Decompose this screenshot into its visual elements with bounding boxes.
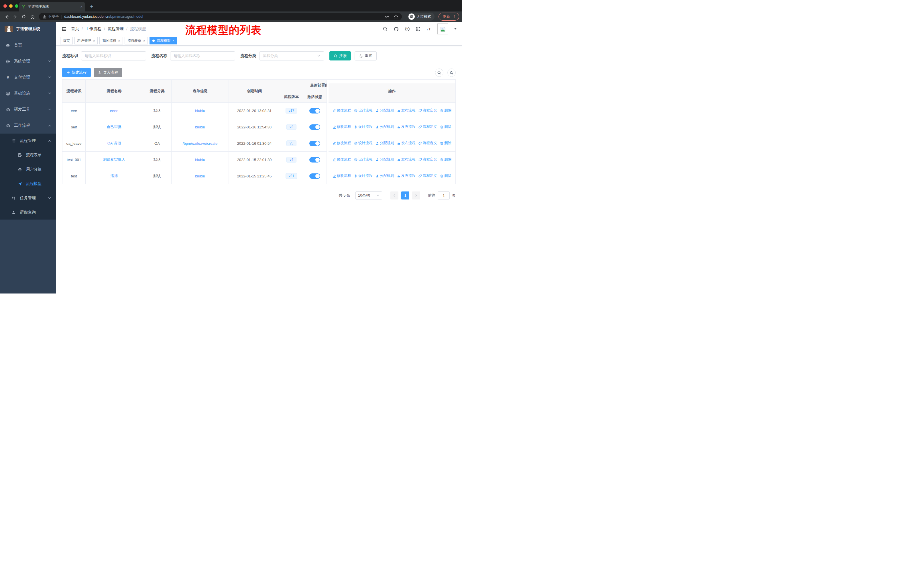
version-tag[interactable]: v17 <box>285 108 297 114</box>
sidebar-item-home[interactable]: 首页 <box>0 37 56 53</box>
deploy-link[interactable]: 发布流程 <box>397 108 416 113</box>
form-link[interactable]: /bpm/oa/leave/create <box>183 141 218 146</box>
delete-link[interactable]: 删除 <box>440 174 451 178</box>
process-name-link[interactable]: eeee <box>110 109 118 113</box>
delete-link[interactable]: 删除 <box>440 141 451 146</box>
sidebar-item-user-group[interactable]: 用户分组 <box>0 162 56 177</box>
assign-link[interactable]: 分配规则 <box>376 174 394 178</box>
deploy-link[interactable]: 发布流程 <box>397 141 416 146</box>
url-bar[interactable]: 不安全 dashboard.yudao.iocoder.cn/bpm/manag… <box>39 13 402 20</box>
font-size-icon[interactable]: TT <box>426 26 432 31</box>
delete-link[interactable]: 删除 <box>440 108 451 113</box>
avatar[interactable] <box>437 23 448 35</box>
reset-button[interactable]: 重置 <box>355 51 377 61</box>
goto-page-input[interactable]: 1 <box>438 192 450 200</box>
sidebar-item-system[interactable]: 系统管理 <box>0 53 56 69</box>
tag-close-icon[interactable]: × <box>172 39 174 42</box>
definition-link[interactable]: 流程定义 <box>419 174 437 178</box>
import-process-button[interactable]: 导入流程 <box>94 68 122 77</box>
create-process-button[interactable]: 新建流程 <box>62 68 91 77</box>
process-name-input[interactable]: 请输入流程名称 <box>170 51 235 61</box>
form-link[interactable]: biubiu <box>195 174 205 178</box>
browser-update-button[interactable]: 更新 <box>439 13 459 21</box>
zoom-window-button[interactable] <box>15 4 18 8</box>
assign-link[interactable]: 分配规则 <box>376 124 394 129</box>
browser-tab[interactable]: 芋道管理系统 × <box>19 2 85 12</box>
sidebar-item-payment[interactable]: ¥支付管理 <box>0 69 56 85</box>
toggle-search-button[interactable] <box>435 68 443 77</box>
sidebar-item-process-model[interactable]: 流程模型 <box>0 177 56 191</box>
edit-link[interactable]: 修改流程 <box>333 124 351 129</box>
design-link[interactable]: 设计流程 <box>354 174 373 178</box>
design-link[interactable]: 设计流程 <box>354 157 373 162</box>
search-button[interactable]: 搜索 <box>329 51 351 61</box>
form-link[interactable]: biubiu <box>195 125 205 129</box>
sidebar-item-process-form[interactable]: 流程表单 <box>0 148 56 162</box>
fullscreen-icon[interactable] <box>416 26 421 31</box>
version-tag[interactable]: v2 <box>286 124 297 130</box>
edit-link[interactable]: 修改流程 <box>333 174 351 178</box>
version-tag[interactable]: v4 <box>286 157 297 162</box>
sidebar-item-dev-tools[interactable]: 研发工具 <box>0 101 56 117</box>
edit-link[interactable]: 修改流程 <box>333 141 351 146</box>
edit-link[interactable]: 修改流程 <box>333 157 351 162</box>
sidebar-item-leave-query[interactable]: 请假查询 <box>0 205 56 220</box>
kebab-menu-icon[interactable] <box>452 15 456 19</box>
deploy-link[interactable]: 发布流程 <box>397 174 416 178</box>
deploy-link[interactable]: 发布流程 <box>397 157 416 162</box>
forward-icon[interactable] <box>12 13 19 20</box>
minimize-window-button[interactable] <box>9 4 13 8</box>
definition-link[interactable]: 流程定义 <box>419 124 437 129</box>
active-toggle[interactable] <box>309 141 320 146</box>
assign-link[interactable]: 分配规则 <box>376 108 394 113</box>
refresh-table-button[interactable] <box>447 68 456 77</box>
bookmark-star-icon[interactable] <box>394 14 398 19</box>
back-icon[interactable] <box>3 13 10 20</box>
process-category-select[interactable]: 流程分类 <box>259 51 324 61</box>
sidebar-item-process-manage[interactable]: 流程管理 <box>0 134 56 148</box>
home-icon[interactable] <box>29 13 36 20</box>
search-icon[interactable] <box>383 26 388 31</box>
version-tag[interactable]: v21 <box>285 173 297 179</box>
design-link[interactable]: 设计流程 <box>354 108 373 113</box>
delete-link[interactable]: 删除 <box>440 124 451 129</box>
tag-close-icon[interactable]: × <box>143 39 145 42</box>
active-toggle[interactable] <box>309 157 320 162</box>
page-1-button[interactable]: 1 <box>401 192 409 200</box>
process-name-link[interactable]: 滔博 <box>111 174 118 178</box>
sidebar-logo[interactable]: 芋道管理系统 <box>0 22 56 36</box>
page-size-select[interactable]: 10条/页 <box>355 192 382 200</box>
tag-close-icon[interactable]: × <box>93 39 95 42</box>
version-tag[interactable]: v5 <box>286 141 297 146</box>
tag-首页[interactable]: 首页 <box>60 37 73 45</box>
breadcrumb-item[interactable]: 首页 <box>71 26 79 31</box>
close-window-button[interactable] <box>3 4 7 8</box>
process-name-link[interactable]: 测试多审批人 <box>103 157 125 162</box>
design-link[interactable]: 设计流程 <box>354 124 373 129</box>
prev-page-button[interactable] <box>390 192 398 200</box>
hamburger-icon[interactable] <box>61 26 66 32</box>
breadcrumb-item[interactable]: 工作流程 <box>85 26 101 31</box>
tag-流程模型[interactable]: 流程模型× <box>150 37 177 45</box>
avatar-caret-icon[interactable] <box>454 28 457 30</box>
tag-流程表单[interactable]: 流程表单× <box>125 37 148 45</box>
sidebar-item-task-manage[interactable]: 任务管理 <box>0 191 56 205</box>
assign-link[interactable]: 分配规则 <box>376 141 394 146</box>
process-name-link[interactable]: OA 请假 <box>107 141 121 146</box>
help-icon[interactable]: ? <box>405 26 410 31</box>
process-id-input[interactable]: 请输入流程标识 <box>81 51 146 61</box>
tag-close-icon[interactable]: × <box>118 39 120 42</box>
edit-link[interactable]: 修改流程 <box>333 108 351 113</box>
definition-link[interactable]: 流程定义 <box>419 141 437 146</box>
form-link[interactable]: biubiu <box>195 158 205 162</box>
definition-link[interactable]: 流程定义 <box>419 108 437 113</box>
assign-link[interactable]: 分配规则 <box>376 157 394 162</box>
active-toggle[interactable] <box>309 174 320 179</box>
not-secure-warning[interactable]: 不安全 <box>42 14 59 19</box>
sidebar-item-infrastructure[interactable]: 基础设施 <box>0 85 56 101</box>
active-toggle[interactable] <box>309 108 320 114</box>
sidebar-item-workflow[interactable]: 工作流程 <box>0 117 56 134</box>
delete-link[interactable]: 删除 <box>440 157 451 162</box>
breadcrumb-item[interactable]: 流程管理 <box>108 26 124 31</box>
next-page-button[interactable] <box>412 192 420 200</box>
